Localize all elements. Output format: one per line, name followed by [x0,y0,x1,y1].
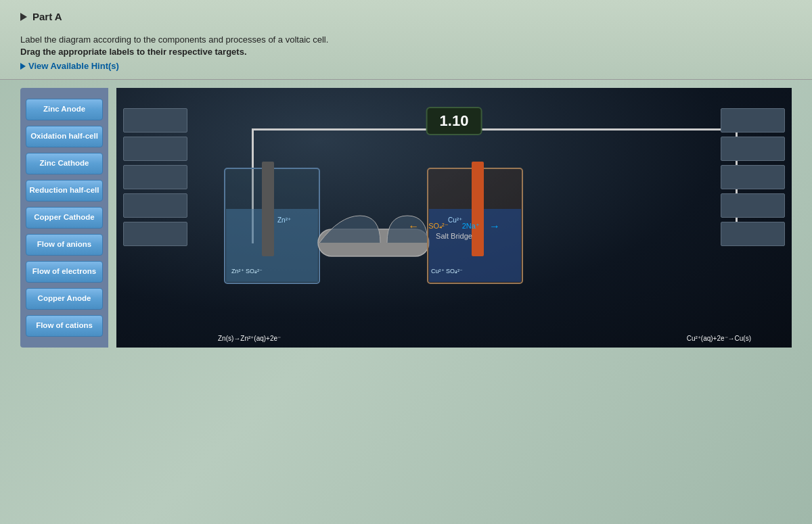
equation-right: Cu²⁺(aq)+2e⁻→Cu(s) [687,335,751,342]
header-section: Part A Label the diagram according to th… [0,0,812,80]
drop-targets-left [123,108,187,246]
voltmeter: 1.10 [426,107,482,135]
cation-arrow: → [489,220,500,233]
part-title: Part A [32,11,62,22]
instruction-2: Drag the appropriate labels to their res… [20,47,792,57]
label-copper-anode[interactable]: Copper Anode [26,288,103,310]
label-flow-of-cations[interactable]: Flow of cations [26,315,103,337]
beaker-svg: Zn²⁺ Zn²⁺ SO₄²⁻ Cu²⁺ Cu²⁺ SO₄²⁻ [204,155,543,310]
instructions: Label the diagram according to the compo… [20,34,792,57]
page-wrapper: Part A Label the diagram according to th… [0,0,812,524]
equation-left: Zn(s)→Zn²⁺(aq)+2e⁻ [218,335,281,342]
drop-target-r2[interactable] [721,137,785,161]
label-panel: Zinc Anode Oxidation half-cell Zinc Cath… [20,88,108,348]
svg-text:Zn²⁺  SO₄²⁻: Zn²⁺ SO₄²⁻ [231,268,263,275]
salt-bridge-area: SO₄²⁻ 2Na⁺ ← → Salt Bridge [428,222,480,240]
salt-bridge-label: Salt Bridge [428,232,480,240]
drop-target-r4[interactable] [721,193,785,218]
label-flow-of-anions[interactable]: Flow of anions [26,234,103,256]
label-flow-of-electrons[interactable]: Flow of electrons [26,261,103,283]
part-header: Part A [20,11,792,22]
content-area: Zinc Anode Oxidation half-cell Zinc Cath… [20,88,792,348]
label-zinc-anode[interactable]: Zinc Anode [26,99,103,120]
diagram-area: 1.10 + SO₄² [116,88,792,348]
drop-target-2[interactable] [123,137,187,161]
label-zinc-cathode[interactable]: Zinc Cathode [26,153,103,174]
label-copper-cathode[interactable]: Copper Cathode [26,207,103,229]
voltmeter-reading: 1.10 [440,112,469,129]
drop-target-3[interactable] [123,165,187,189]
salt-bridge-ion2: 2Na⁺ [462,222,480,231]
collapse-icon[interactable] [20,13,27,21]
svg-rect-2 [262,162,274,256]
drop-target-r1[interactable] [721,108,785,133]
svg-text:Cu²⁺  SO₄²⁻: Cu²⁺ SO₄²⁻ [431,268,463,275]
anion-arrow: ← [408,220,419,233]
svg-text:Zn²⁺: Zn²⁺ [277,216,291,224]
drop-targets-right [721,108,785,246]
instruction-1: Label the diagram according to the compo… [20,34,792,45]
drop-target-r3[interactable] [721,165,785,189]
drop-target-5[interactable] [123,222,187,246]
drop-target-4[interactable] [123,193,187,218]
drop-target-r5[interactable] [721,222,785,246]
hint-arrow-icon [20,63,26,70]
label-oxidation-half-cell[interactable]: Oxidation half-cell [26,126,103,147]
salt-bridge-ion1: SO₄²⁻ [428,222,449,231]
label-reduction-half-cell[interactable]: Reduction half-cell [26,180,103,201]
wire-top [252,128,738,130]
svg-rect-8 [472,162,484,256]
hint-link[interactable]: View Available Hint(s) [20,61,792,71]
hint-text: View Available Hint(s) [28,61,119,71]
drop-target-1[interactable] [123,108,187,133]
